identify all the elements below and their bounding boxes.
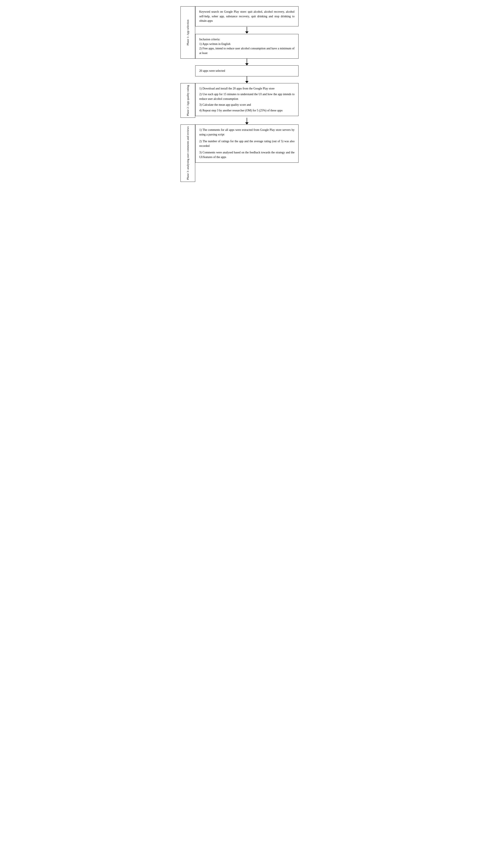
arrow-head bbox=[245, 31, 248, 34]
arrow-head-4 bbox=[245, 122, 248, 124]
arrow-right-3 bbox=[195, 118, 299, 124]
phase3-line3: 3) Comments were analysed based on the f… bbox=[199, 150, 295, 159]
selected-row: 20 apps were selected bbox=[180, 65, 299, 76]
selected-spacer bbox=[180, 65, 195, 76]
phase2-line4: 4) Repeat step 3 by another researcher (… bbox=[199, 108, 295, 113]
phase1-box2: Inclusion criteria: 1) Apps written in E… bbox=[195, 34, 299, 59]
phase2-box1: 1) Download and install the 20 apps from… bbox=[195, 83, 299, 116]
arrow-row-3 bbox=[180, 118, 299, 124]
flowchart-container: Phase 1: App selection Keyword search on… bbox=[180, 6, 299, 182]
arrow-shaft bbox=[247, 27, 247, 31]
phase3-row: Phase 3: analysing user comments and rev… bbox=[180, 124, 299, 182]
selected-box-content: 20 apps were selected bbox=[195, 65, 299, 76]
arrow-row-1 bbox=[180, 59, 299, 65]
arrow-shaft-2 bbox=[247, 59, 247, 63]
phase2-label-wrapper: Phase 2: App quality rating bbox=[180, 83, 195, 118]
arrow-shaft-4 bbox=[247, 118, 247, 122]
arrow-right-2 bbox=[195, 76, 299, 83]
phase3-boxes: 1) The comments for all apps were extrac… bbox=[195, 124, 299, 182]
phase2-line1: 1) Download and install the 20 apps from… bbox=[199, 86, 295, 91]
selected-box-text: 20 apps were selected bbox=[199, 69, 225, 72]
phase2-row: Phase 2: App quality rating 1) Download … bbox=[180, 83, 299, 118]
phase1-box1-text: Keyword search on Google Play store: qui… bbox=[199, 10, 295, 22]
phase2-boxes: 1) Download and install the 20 apps from… bbox=[195, 83, 299, 118]
phase3-label: Phase 3: analysing user comments and rev… bbox=[185, 125, 191, 181]
phase3-box1: 1) The comments for all apps were extrac… bbox=[195, 124, 299, 162]
phase3-label-wrapper: Phase 3: analysing user comments and rev… bbox=[180, 124, 195, 182]
phase3-line1: 1) The comments for all apps were extrac… bbox=[199, 128, 295, 137]
phase2-label: Phase 2: App quality rating bbox=[185, 83, 191, 118]
phase1-box2-text: Inclusion criteria: 1) Apps written in E… bbox=[199, 38, 295, 55]
arrow-right-1 bbox=[195, 59, 299, 65]
phase1-label: Phase 1: App selection bbox=[185, 18, 191, 47]
arrow-shaft-3 bbox=[247, 76, 247, 81]
arrow-head-3 bbox=[245, 81, 248, 83]
phase1-label-wrapper: Phase 1: App selection bbox=[180, 6, 195, 59]
phase1-box1: Keyword search on Google Play store: qui… bbox=[195, 6, 299, 26]
phase2-line2: 2) Use each app for 15 minutes to unders… bbox=[199, 92, 295, 101]
arrow-row-2 bbox=[180, 76, 299, 83]
phase1-row: Phase 1: App selection Keyword search on… bbox=[180, 6, 299, 59]
phase3-line2: 2) The number of ratings for the app and… bbox=[199, 139, 295, 148]
arrow-head-2 bbox=[245, 63, 248, 65]
phase1-inner-arrow bbox=[245, 26, 248, 34]
phase1-boxes: Keyword search on Google Play store: qui… bbox=[195, 6, 299, 59]
phase2-line3: 3) Calculate the mean app quality score … bbox=[199, 102, 295, 107]
selected-box: 20 apps were selected bbox=[195, 65, 299, 76]
